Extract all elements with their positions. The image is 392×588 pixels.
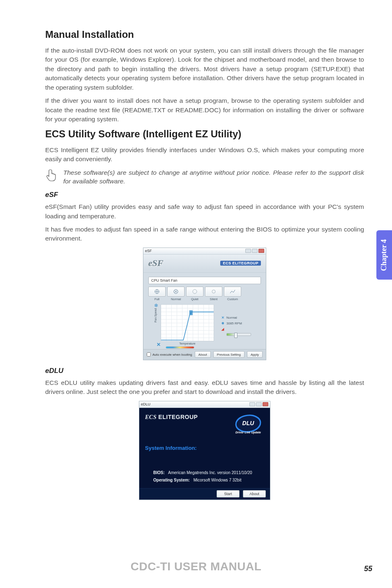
paragraph: If the driver you want to install does n… <box>45 96 364 124</box>
minimize-icon[interactable] <box>245 249 251 253</box>
window-titlebar: eDLU <box>139 401 270 408</box>
edlu-window: eDLU ECS ECS ELITEGROUPELITEGROUP <box>139 401 270 500</box>
heading-edlu: eDLU <box>45 367 364 375</box>
system-information-heading: System Information: <box>145 445 264 451</box>
legend-rpm-value: 3085 RPM <box>226 322 242 325</box>
esf-screenshot: eSF eSF ECS ELITEGROUP CPU Smart Fan <box>45 248 364 360</box>
x-mark-icon: ✕ <box>221 316 225 320</box>
temperature-gradient <box>166 346 194 349</box>
previous-setting-button[interactable]: Previous Setting <box>213 351 244 358</box>
checkbox-label: Auto execute when booting <box>152 353 192 357</box>
custom-icon <box>224 287 241 296</box>
chapter-tab: Chapter 4 <box>376 230 392 280</box>
mode-normal[interactable]: Normal <box>167 287 184 301</box>
x-mark-icon: ✕ <box>157 342 161 347</box>
maximize-icon[interactable] <box>256 402 262 406</box>
fan-selector-dropdown[interactable]: CPU Smart Fan <box>148 277 261 284</box>
paragraph: eSF(Smart Fan) utility provides easy and… <box>45 202 364 221</box>
close-icon[interactable] <box>258 249 264 253</box>
mode-label: Full <box>148 297 166 301</box>
auto-execute-checkbox[interactable]: Auto execute when booting <box>147 352 192 357</box>
heading-manual-installation: Manual Installation <box>45 29 364 40</box>
maximize-icon[interactable] <box>252 249 258 253</box>
bios-label: BIOS: <box>153 470 165 475</box>
esf-window: eSF eSF ECS ELITEGROUP CPU Smart Fan <box>143 248 266 360</box>
window-title: eDLU <box>141 402 150 406</box>
paragraph: ECS Intelligent EZ Utility provides frie… <box>45 146 364 164</box>
edlu-screenshot: eDLU ECS ECS ELITEGROUPELITEGROUP <box>45 401 364 500</box>
fan-selector-value: CPU Smart Fan <box>151 278 178 282</box>
bios-value: American Megatrends Inc. version 2011/10… <box>168 470 252 475</box>
legend-label: Normal <box>226 316 237 319</box>
fan-icon <box>148 287 166 296</box>
brand-text: ECS ECS ELITEGROUPELITEGROUP <box>145 414 198 421</box>
mode-quiet[interactable]: Quiet <box>186 287 203 301</box>
svg-rect-4 <box>189 310 193 315</box>
page-number: 55 <box>364 565 372 573</box>
apply-button[interactable]: Apply <box>247 351 263 358</box>
heading-ecs-utility: ECS Utility Software (Intelligent EZ Uti… <box>45 128 364 140</box>
about-button[interactable]: About <box>195 351 211 358</box>
svg-point-3 <box>212 290 215 293</box>
fan-icon <box>167 287 184 296</box>
esf-logo: eSF <box>148 258 164 269</box>
paragraph: It has five modes to adjust fan speed in… <box>45 225 364 243</box>
fan-mode-row: Full Normal Quiet Silent <box>148 287 261 301</box>
fan-icon <box>205 287 222 296</box>
close-icon[interactable] <box>263 402 268 406</box>
paragraph: ECS eDLU utility makes updating drivers … <box>45 378 364 397</box>
mode-label: Normal <box>167 297 184 301</box>
paragraph: If the auto-install DVD-ROM does not wor… <box>45 46 364 92</box>
mode-full[interactable]: Full <box>148 287 166 301</box>
mode-custom[interactable]: Custom <box>224 287 241 301</box>
mode-label: Quiet <box>186 297 203 301</box>
fan-icon: ❄ <box>154 303 158 308</box>
window-titlebar: eSF <box>143 248 266 255</box>
fan-speed-slider[interactable] <box>226 333 251 336</box>
dlu-logo: DLU Driver Live Update <box>232 414 264 437</box>
os-label: Operating System: <box>153 478 190 482</box>
start-button[interactable]: Start <box>217 490 240 498</box>
os-info-row: Operating System: Micorsoft Windows 7 32… <box>153 477 264 484</box>
manual-title: CDC-TI USER MANUAL <box>0 560 392 573</box>
about-button[interactable]: About <box>243 490 266 498</box>
chart-xlabel: Temperature <box>161 342 214 345</box>
hand-pointing-icon <box>45 168 59 182</box>
window-title: eSF <box>145 249 152 253</box>
note-callout: These software(s) are subject to change … <box>45 168 364 186</box>
svg-text:Driver Live Update: Driver Live Update <box>235 431 261 434</box>
chart-legend: ✕ Normal ❄ 3085 RPM ◢ <box>221 316 251 336</box>
chapter-label: Chapter 4 <box>380 239 389 271</box>
mode-label: Silent <box>205 297 222 301</box>
svg-point-2 <box>193 289 197 294</box>
brand-badge: ECS ELITEGROUP <box>220 261 261 266</box>
fan-icon <box>186 287 203 296</box>
heading-esf: eSF <box>45 191 364 199</box>
snowflake-icon: ❄ <box>221 322 225 326</box>
svg-text:DLU: DLU <box>242 420 255 426</box>
bios-info-row: BIOS: American Megatrends Inc. version 2… <box>153 469 264 477</box>
minimize-icon[interactable] <box>249 402 255 406</box>
os-value: Micorsoft Windows 7 32bit <box>194 478 242 482</box>
fan-curve-chart <box>161 304 214 341</box>
mode-silent[interactable]: Silent <box>205 287 222 301</box>
note-text: These software(s) are subject to change … <box>63 168 364 186</box>
mode-label: Custom <box>224 297 241 301</box>
pointer-icon: ◢ <box>221 327 225 331</box>
chart-ylabel: Fan Speed <box>154 308 157 322</box>
